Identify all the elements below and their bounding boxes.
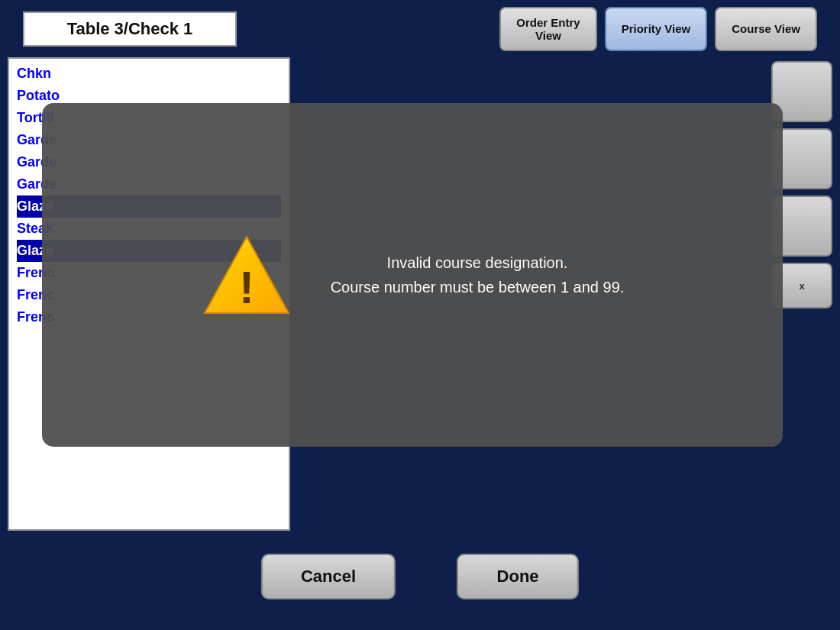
header: Table 3/Check 1 Order EntryView Priority… xyxy=(0,0,840,57)
bottom-buttons: Cancel Done xyxy=(261,554,579,599)
list-item[interactable]: Chkn xyxy=(17,63,281,85)
main-content: Chkn Potato Tortill Garde Garde Garde Gl… xyxy=(0,57,840,630)
course-view-button[interactable]: Course View xyxy=(715,7,817,51)
cancel-button[interactable]: Cancel xyxy=(261,554,396,599)
modal-dialog: ! Invalid course designation. Course num… xyxy=(42,103,783,447)
svg-text:!: ! xyxy=(239,262,254,313)
priority-view-button[interactable]: Priority View xyxy=(605,7,708,51)
warning-icon: ! xyxy=(201,233,292,317)
view-buttons: Order EntryView Priority View Course Vie… xyxy=(499,7,817,51)
done-button[interactable]: Done xyxy=(457,554,579,599)
table-title: Table 3/Check 1 xyxy=(23,11,237,47)
modal-message: Invalid course designation. Course numbe… xyxy=(331,250,625,299)
order-entry-view-button[interactable]: Order EntryView xyxy=(499,7,596,51)
